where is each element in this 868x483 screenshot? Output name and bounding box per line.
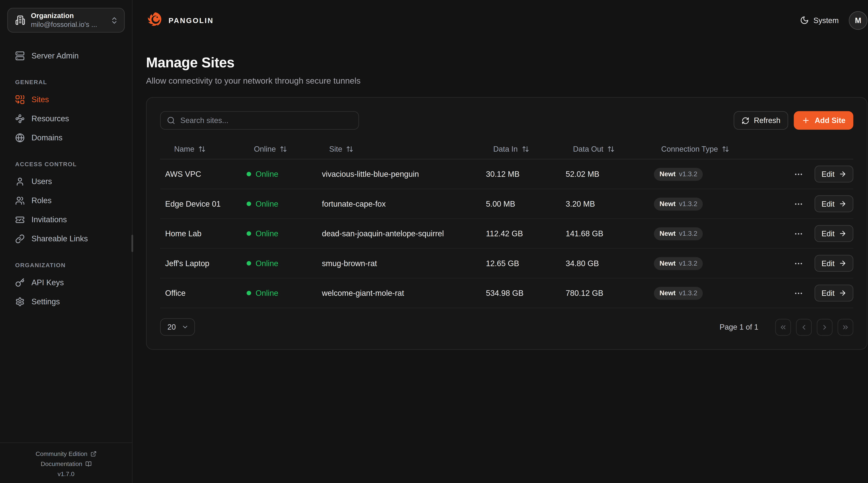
first-page-button[interactable] — [775, 319, 791, 335]
column-header-data-in[interactable]: Data In — [486, 144, 566, 153]
online-dot — [247, 231, 251, 236]
next-page-button[interactable] — [817, 319, 833, 335]
sidebar-item-api-keys[interactable]: API Keys — [7, 273, 125, 292]
column-header-label: Name — [174, 144, 194, 153]
page-size-select[interactable]: 20 — [160, 318, 195, 336]
last-page-button[interactable] — [838, 319, 854, 335]
online-label: Online — [255, 169, 278, 179]
sidebar-item-roles[interactable]: Roles — [7, 191, 125, 210]
sidebar-scrollbar-thumb[interactable] — [131, 235, 133, 252]
column-header-site[interactable]: Site — [322, 144, 486, 153]
column-header-label: Data In — [493, 144, 518, 153]
globe-icon — [15, 133, 25, 142]
org-picker-texts: Organization milo@fossorial.io's ... — [31, 11, 104, 29]
edit-button[interactable]: Edit — [814, 225, 853, 242]
documentation-link[interactable]: Documentation — [3, 461, 129, 467]
site-name-cell: Edge Device 01 — [160, 199, 247, 208]
sites-card: Refresh Add Site Name Online Site — [146, 97, 867, 350]
add-site-button[interactable]: Add Site — [794, 111, 853, 130]
search-input[interactable] — [180, 116, 352, 125]
sidebar-item-settings[interactable]: Settings — [7, 292, 125, 311]
section-label-access-control: ACCESS CONTROL — [7, 160, 125, 167]
sidebar-footer: Community Edition Documentation v1.7.0 — [0, 442, 132, 483]
row-menu-button[interactable] — [787, 258, 809, 268]
link-icon — [15, 234, 25, 244]
row-menu-button[interactable] — [787, 229, 809, 238]
org-picker[interactable]: Organization milo@fossorial.io's ... — [7, 8, 125, 32]
connection-type-badge: Newtv1.3.2 — [654, 287, 703, 299]
connection-name: Newt — [659, 259, 676, 267]
row-menu-button[interactable] — [787, 288, 809, 298]
sidebar-item-server-admin[interactable]: Server Admin — [7, 46, 125, 65]
search-box — [160, 111, 359, 130]
data-in-cell: 30.12 MB — [486, 169, 566, 179]
edit-button[interactable]: Edit — [814, 166, 853, 183]
data-in-cell: 5.00 MB — [486, 199, 566, 208]
connection-type-badge: Newtv1.3.2 — [654, 227, 703, 240]
sidebar-item-resources[interactable]: Resources — [7, 109, 125, 128]
refresh-button[interactable]: Refresh — [734, 111, 788, 130]
server-icon — [15, 51, 25, 60]
column-header-online[interactable]: Online — [247, 144, 322, 153]
sidebar-item-invitations[interactable]: Invitations — [7, 210, 125, 229]
sort-icon — [522, 145, 529, 152]
sidebar-item-users[interactable]: Users — [7, 172, 125, 191]
refresh-icon — [741, 117, 749, 124]
column-header-label: Site — [329, 144, 342, 153]
page-title: Manage Sites — [146, 55, 867, 71]
theme-toggle[interactable]: System — [800, 16, 839, 25]
column-header-label: Connection Type — [661, 144, 718, 153]
column-header-name[interactable]: Name — [160, 144, 247, 153]
online-label: Online — [255, 199, 278, 208]
chevron-down-icon — [181, 323, 189, 331]
pangolin-logo-icon — [146, 11, 163, 29]
edit-button[interactable]: Edit — [814, 285, 853, 301]
row-menu-button[interactable] — [787, 169, 809, 179]
sidebar-item-label: Settings — [31, 297, 60, 306]
avatar[interactable]: M — [849, 11, 867, 30]
site-slug-cell: dead-san-joaquin-antelope-squirrel — [322, 229, 486, 238]
data-in-cell: 534.98 GB — [486, 289, 566, 297]
online-dot — [247, 172, 251, 176]
sidebar-item-sites[interactable]: Sites — [7, 90, 125, 109]
edit-button[interactable]: Edit — [814, 255, 853, 272]
column-header-data-out[interactable]: Data Out — [566, 144, 654, 153]
data-out-cell: 34.80 GB — [566, 259, 654, 268]
table-row: AWS VPC Online vivacious-little-blue-pen… — [160, 159, 853, 189]
page-header: Manage Sites Allow connectivity to your … — [146, 55, 867, 85]
column-header-label: Online — [254, 144, 276, 153]
community-edition-link[interactable]: Community Edition — [3, 451, 129, 457]
online-label: Online — [255, 229, 278, 238]
chevrons-left-icon — [779, 323, 787, 331]
previous-page-button[interactable] — [796, 319, 812, 335]
sidebar-item-label: Roles — [31, 196, 52, 205]
sites-icon — [15, 95, 25, 104]
site-slug-cell: smug-brown-rat — [322, 259, 486, 268]
row-menu-button[interactable] — [787, 199, 809, 208]
users-icon — [15, 196, 25, 205]
section-label-organization: ORGANIZATION — [7, 262, 125, 268]
sidebar-item-label: Resources — [31, 114, 69, 123]
online-label: Online — [255, 259, 278, 268]
edit-label: Edit — [822, 229, 835, 238]
edit-button[interactable]: Edit — [814, 195, 853, 212]
sidebar-item-domains[interactable]: Domains — [7, 128, 125, 147]
site-slug-cell: welcome-giant-mole-rat — [322, 289, 486, 297]
card-toolbar: Refresh Add Site — [160, 111, 853, 130]
data-out-cell: 141.68 GB — [566, 229, 654, 238]
sidebar: Organization milo@fossorial.io's ... Ser… — [0, 0, 133, 483]
theme-toggle-label: System — [813, 16, 839, 25]
sidebar-item-label: Users — [31, 177, 52, 186]
data-in-cell: 112.42 GB — [486, 229, 566, 238]
online-status-cell: Online — [247, 229, 322, 238]
table-row: Home Lab Online dead-san-joaquin-antelop… — [160, 219, 853, 249]
column-header-label: Data Out — [573, 144, 603, 153]
sidebar-item-shareable-links[interactable]: Shareable Links — [7, 229, 125, 248]
site-name-cell: Office — [160, 289, 247, 297]
add-site-label: Add Site — [815, 116, 845, 125]
chevrons-up-down-icon — [110, 16, 119, 25]
column-header-connection-type[interactable]: Connection Type — [654, 144, 766, 153]
site-name-cell: AWS VPC — [160, 169, 247, 179]
page-info: Page 1 of 1 — [720, 323, 758, 331]
connection-name: Newt — [659, 230, 676, 237]
